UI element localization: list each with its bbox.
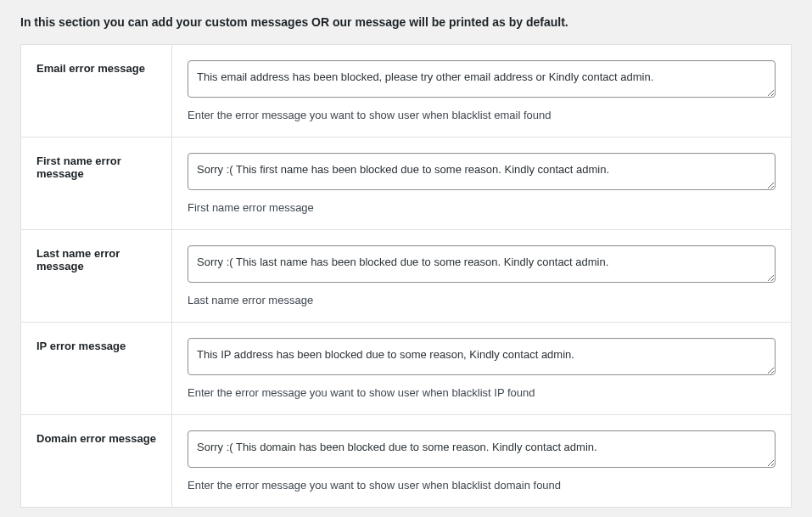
messages-form-table: Email error message Enter the error mess… [20, 44, 792, 508]
row-first-name-error: First name error message First name erro… [21, 138, 792, 230]
label-domain-error: Domain error message [21, 415, 172, 508]
help-first-name-error: First name error message [188, 201, 776, 214]
help-domain-error: Enter the error message you want to show… [188, 479, 776, 492]
label-first-name-error: First name error message [21, 138, 172, 230]
label-email-error: Email error message [21, 45, 172, 138]
help-email-error: Enter the error message you want to show… [188, 109, 776, 121]
label-last-name-error: Last name error message [21, 230, 172, 323]
domain-error-field[interactable] [188, 430, 776, 468]
label-ip-error: IP error message [21, 323, 172, 415]
row-ip-error: IP error message Enter the error message… [21, 323, 792, 415]
last-name-error-field[interactable] [188, 245, 776, 283]
ip-error-field[interactable] [188, 338, 776, 375]
first-name-error-field[interactable] [188, 153, 776, 190]
row-email-error: Email error message Enter the error mess… [21, 45, 792, 138]
email-error-field[interactable] [188, 60, 776, 98]
row-last-name-error: Last name error message Last name error … [21, 230, 792, 323]
help-ip-error: Enter the error message you want to show… [188, 386, 776, 399]
row-domain-error: Domain error message Enter the error mes… [21, 415, 792, 508]
help-last-name-error: Last name error message [188, 294, 776, 306]
section-title: In this section you can add your custom … [20, 15, 792, 29]
